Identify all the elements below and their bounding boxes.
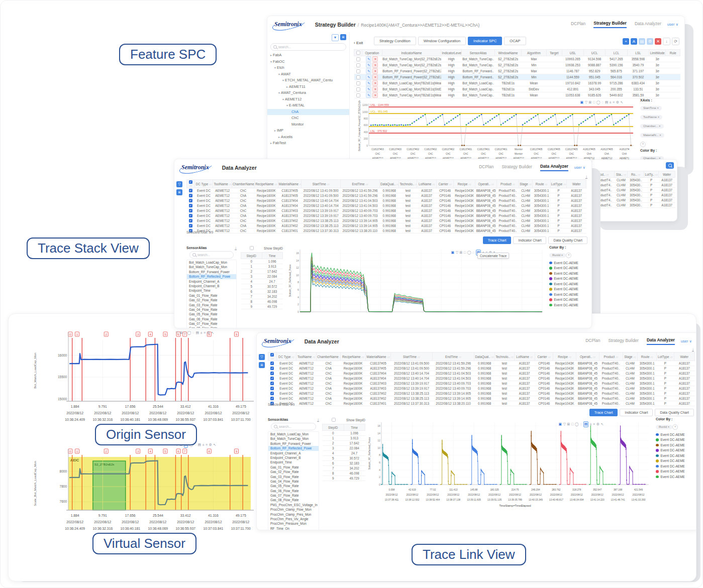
list-icon[interactable]: ≡	[206, 442, 208, 447]
table-row[interactable]: ProductT4..CLHM305430..PA18137	[593, 178, 675, 183]
legend-item[interactable]: Event DC-AEME	[549, 266, 589, 271]
table-row[interactable]: 949.729	[323, 476, 365, 481]
table-row[interactable]: 01.096	[241, 259, 283, 264]
circle-select-icon[interactable]: ◯	[187, 330, 191, 335]
reset-icon[interactable]: ↖	[211, 330, 214, 335]
tree-search-input[interactable]: search...	[270, 43, 346, 51]
sensor-item[interactable]: Endpoint_Channel_A	[268, 451, 319, 455]
table-row[interactable]: 13.913	[323, 436, 365, 441]
legend-item[interactable]: Event DC-AEME	[656, 458, 696, 464]
legend-item[interactable]: Event DC-AEME	[549, 260, 589, 266]
sensor-item[interactable]: Gas_08_Flow_Rate	[268, 498, 319, 502]
row-checkbox[interactable]: ✓	[189, 209, 192, 212]
sensor-item[interactable]: Bot_Match_LoadCap_Mon	[187, 260, 236, 265]
row-checkbox[interactable]: ✓	[270, 367, 274, 370]
row-checkbox[interactable]: ✓	[189, 199, 192, 202]
button-trace-chart[interactable]: Trace Chart	[483, 237, 512, 244]
circle-select-icon[interactable]: ◯	[467, 250, 471, 255]
row-checkbox[interactable]	[356, 93, 360, 97]
color-by-chip[interactable]: RunId ×	[549, 253, 566, 258]
sensor-item[interactable]: Gas_01_Flow_Rate	[268, 465, 319, 469]
sensor-item[interactable]: ProcChm_Pres_Vlv_Angle	[268, 517, 319, 521]
table-row[interactable]: 734.202	[323, 466, 365, 471]
table-row[interactable]: ✎✕Bottom_RF_Forward_Power|S2_2TB2sE2s|..…	[354, 74, 680, 80]
table-row[interactable]: ProductT4..CLHM305430..PA18137	[593, 188, 675, 193]
concatenate-trace-icon[interactable]: ▤	[605, 100, 609, 105]
row-checkbox[interactable]: ✓	[270, 372, 274, 375]
clear-select-icon[interactable]: ◌	[580, 422, 582, 427]
table-row[interactable]: 01.096	[323, 431, 365, 436]
sensor-item[interactable]: Bottom_RF_Reflected_Powe	[268, 446, 319, 450]
table-row[interactable]: ✓Event DCAEMET12ChCRecipe1600KC18137#032…	[268, 381, 695, 386]
table-row[interactable]: 530.572	[323, 456, 365, 461]
table-row[interactable]: ProductT4..CLHM305430..PA18137	[593, 183, 675, 188]
table-row[interactable]: 949.729	[241, 304, 283, 309]
button-indicator-chart[interactable]: Indicator Chart	[513, 237, 546, 244]
legend-item[interactable]: Event DC-AEME	[549, 302, 589, 308]
export-icon[interactable]: ↓	[585, 174, 587, 179]
rect-select-icon[interactable]: □	[571, 422, 573, 427]
sidebar-item-cha[interactable]: ChA	[267, 109, 349, 115]
table-row[interactable]: 13.913	[241, 264, 283, 269]
table-row[interactable]: ✎✕Bot_Match_LoadCap_Mon|TB2sE1s|StdDevHi…	[354, 86, 680, 92]
table-row[interactable]: 322.084	[241, 274, 283, 279]
delete-icon[interactable]: ✕	[372, 74, 378, 80]
sensor-item[interactable]: Gas_03_Flow_Rate	[187, 303, 236, 307]
delete-icon[interactable]: ✕	[372, 56, 378, 62]
table-row[interactable]: ✓Event DCAEMET12ChCRecipe1600KC18137#052…	[187, 188, 586, 193]
refresh-button[interactable]: ⟳	[672, 38, 679, 45]
edit-icon[interactable]: ✎	[366, 68, 371, 74]
settings-icon[interactable]: ⚙	[616, 100, 619, 105]
download-icon[interactable]: ±	[590, 422, 592, 427]
settings-icon[interactable]: ⚙	[207, 330, 210, 335]
row-checkbox[interactable]: ✓	[189, 214, 192, 217]
delete-icon[interactable]: ✕	[372, 68, 378, 74]
tab-strategy-condition[interactable]: Strategy Condition	[374, 37, 416, 45]
lasso-icon[interactable]: ▽	[176, 330, 178, 335]
legend-item[interactable]: Event DC-AEME	[549, 292, 589, 297]
row-checkbox[interactable]: ✓	[189, 204, 192, 207]
button-data-quality-chart[interactable]: Data Quality Chart	[548, 237, 587, 244]
box-select-icon[interactable]: ▣	[559, 422, 562, 427]
sidebar-item-monitor[interactable]: Monitor	[267, 122, 349, 128]
sensor-export-icon[interactable]: ↓	[235, 246, 237, 250]
sidebar-item-e-metal[interactable]: ▾E-METAL	[267, 102, 349, 109]
legend-item[interactable]: Event DC-AEME	[656, 448, 696, 453]
nav-dcplan[interactable]: DCPlan	[571, 21, 585, 28]
settings-button[interactable]: ⚙	[647, 38, 653, 45]
sensor-item[interactable]: RF_Time_On	[268, 526, 319, 530]
table-row[interactable]: 632.183	[323, 461, 365, 466]
concatenate-trace-icon[interactable]: ▤	[198, 442, 202, 447]
row-checkbox[interactable]	[356, 63, 360, 67]
legend-item[interactable]: Event DC-AEME	[656, 432, 696, 437]
table-row[interactable]: ✎✕Bot_Match_TuneCap_Mon|S2_2TB2sE2s|..Hi…	[354, 56, 680, 62]
filter-icon[interactable]: ▽	[259, 354, 265, 360]
clear-select-icon[interactable]: ◌	[472, 250, 474, 255]
reset-icon[interactable]: ↖	[213, 442, 216, 447]
table-row[interactable]: ✓Event DCAEMET12ChCRecipe1600KC18137#022…	[268, 391, 695, 396]
delete-button[interactable]: ✕	[655, 38, 661, 45]
copy-button[interactable]: ▤	[639, 38, 645, 45]
table-row[interactable]: ✓Event DCAEMET12ChARecipe1600KA18137#032…	[187, 213, 586, 218]
edit-icon[interactable]: ✎	[366, 80, 371, 86]
table-row[interactable]: 846.098	[323, 471, 365, 476]
sensor-item[interactable]: Endpoint_Channel_A	[187, 279, 236, 284]
edit-icon[interactable]: ✎	[366, 74, 371, 80]
box-select-icon[interactable]: ▣	[451, 250, 455, 255]
xaxis-chip[interactable]: MaterialN... ×	[640, 133, 664, 138]
row-checkbox[interactable]: ✓	[270, 397, 274, 400]
delete-icon[interactable]: ✕	[372, 92, 378, 98]
download-icon[interactable]: ±	[203, 442, 205, 447]
edit-icon[interactable]: ✎	[366, 62, 371, 68]
search-button[interactable]	[666, 162, 674, 169]
sensor-item[interactable]: Bottom_RF_Forward_Power	[268, 441, 319, 446]
nav-strategy-builder[interactable]: Strategy Builder	[593, 21, 627, 28]
list-view-icon[interactable]: ≣	[259, 362, 265, 368]
sidebar-item-chc[interactable]: ChC	[267, 115, 349, 122]
row-checkbox[interactable]: ✓	[270, 362, 274, 365]
sensor-item[interactable]: Bot_Match_TuneCap_Mon	[187, 265, 236, 269]
list-view-icon[interactable]: ≣	[176, 189, 182, 195]
select-all-checkbox[interactable]: ✓	[270, 353, 274, 357]
table-row[interactable]: ✓Event DCAEMET12ChCRecipe1600KC18137#012…	[268, 401, 695, 406]
edit-icon[interactable]: ✎	[366, 56, 371, 62]
